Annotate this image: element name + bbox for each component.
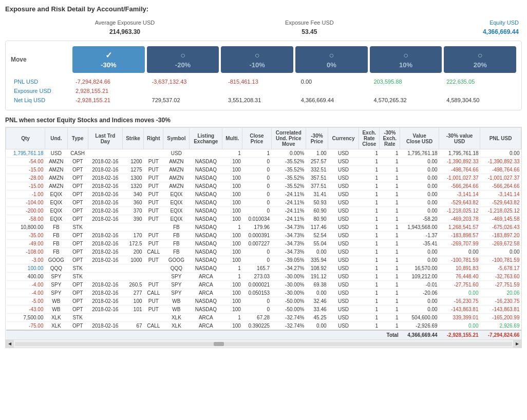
cell-corr: -50.00% — [271, 297, 306, 306]
cell-pnl: -1,390,892.33 — [480, 158, 521, 166]
cell-valclose: 0.00 — [400, 166, 439, 174]
cell-curr: USD — [328, 182, 359, 190]
table-row: 7,500.00 XLK STK XLK ARCA 1 67.28 -32.74… — [6, 314, 521, 322]
cell-right: PUT — [144, 158, 163, 166]
cell-exchange: ARCA — [190, 273, 222, 281]
cell-pnl: -3,141.14 — [480, 190, 521, 199]
pnl-row-exposure: Exposure USD 2,928,155.21 — [11, 86, 516, 96]
cell-exch: 1 — [359, 182, 380, 190]
table-row: -104.00 EQIX OPT 2018-02-16 360 PUT EQIX… — [6, 199, 521, 207]
cell-neg30: 1.00 — [306, 149, 328, 158]
cell-strike — [123, 149, 144, 158]
cell-neg30: 357.51 — [306, 174, 328, 182]
table-row: -43.00 WB OPT 2018-02-16 101 PUT WB NASD… — [6, 306, 521, 314]
scroll-right-button[interactable]: ▶ — [513, 340, 521, 348]
cell-type: OPT — [67, 256, 88, 264]
th-neg30-value: -30% valueUSD — [439, 128, 480, 149]
cell-neg30val: -1,390,892.33 — [439, 158, 480, 166]
table-row: -28.00 AMZN OPT 2018-02-16 1300 PUT AMZN… — [6, 174, 521, 182]
data-table-wrapper[interactable]: Qty Und. Type Last TrdDay Strike Right S… — [5, 127, 522, 348]
cell-qty: -43.00 — [6, 306, 45, 314]
cell-strike: 360 — [123, 199, 144, 207]
move-btn-20[interactable]: ○ 20% — [444, 46, 516, 73]
cell-symbol: GOOG — [163, 256, 190, 264]
move-btn-neg30[interactable]: ✓ -30% — [72, 46, 145, 73]
cell-neg30exch: 1 — [380, 174, 400, 182]
checkmark-icon: ✓ — [74, 50, 143, 60]
cell-corr: -35.52% — [271, 158, 306, 166]
cell-strike: 1200 — [123, 158, 144, 166]
cell-valclose: 0.00 — [400, 158, 439, 166]
scroll-track[interactable] — [15, 342, 512, 346]
cell-right: PUT — [144, 207, 163, 215]
move-btn-neg10-label: -10% — [250, 61, 265, 69]
cell-und: GOOG — [45, 256, 67, 264]
cell-multi: 100 — [222, 158, 242, 166]
move-btn-neg20[interactable]: ○ -20% — [147, 46, 219, 73]
cell-qty: 100.00 — [6, 264, 45, 273]
page-title: Exposure and Risk Detail by Account/Fami… — [5, 5, 522, 13]
cell-und: QQQ — [45, 264, 67, 273]
cell-type: OPT — [67, 306, 88, 314]
cell-close: 67.28 — [242, 314, 271, 322]
cell-neg30val: -3,141.14 — [439, 190, 480, 199]
cell-multi: 1 — [222, 149, 242, 158]
move-label: Move — [11, 46, 72, 73]
cell-und: XLK — [45, 322, 67, 331]
cell-type: OPT — [67, 199, 88, 207]
cell-corr: -39.05% — [271, 256, 306, 264]
cell-exchange: ARCA — [190, 289, 222, 297]
cell-valclose: 0.00 — [400, 182, 439, 190]
cell-symbol: QQQ — [163, 264, 190, 273]
cell-pnl: -498,764.66 — [480, 166, 521, 174]
cell-neg30val: -183,898.57 — [439, 232, 480, 240]
table-row: 400.00 SPY STK SPY ARCA 1 273.03 -30.00%… — [6, 273, 521, 281]
cell-day: 2018-02-16 — [88, 207, 122, 215]
cell-day — [88, 273, 122, 281]
cell-type: OPT — [67, 232, 88, 240]
move-btn-0[interactable]: ○ 0% — [295, 46, 368, 73]
table-row: -54.00 AMZN OPT 2018-02-16 1200 PUT AMZN… — [6, 158, 521, 166]
cell-type: STK — [67, 223, 88, 232]
cell-exch: 1 — [359, 248, 380, 256]
cell-exchange: NASDAQ — [190, 215, 222, 223]
cell-type: OPT — [67, 207, 88, 215]
cell-exch: 1 — [359, 149, 380, 158]
cell-right: PUT — [144, 232, 163, 240]
cell-valclose: 0.00 — [400, 207, 439, 215]
table-row: -4.00 SPY OPT 2018-02-16 277 CALL SPY AR… — [6, 289, 521, 297]
cell-pnl: -566,264.66 — [480, 182, 521, 190]
circle-icon-4: ○ — [372, 51, 440, 60]
cell-neg30exch: 1 — [380, 199, 400, 207]
th-type: Type — [67, 128, 88, 149]
horizontal-scrollbar[interactable]: ◀ ▶ — [6, 339, 521, 348]
scroll-left-button[interactable]: ◀ — [6, 340, 14, 348]
cell-symbol: WB — [163, 297, 190, 306]
cell-close: 0 — [242, 248, 271, 256]
cell-curr: USD — [328, 190, 359, 199]
cell-right: PUT — [144, 190, 163, 199]
cell-und: AMZN — [45, 166, 67, 174]
scroll-thumb[interactable] — [214, 342, 224, 346]
cell-valclose: 109,212.00 — [400, 273, 439, 281]
cell-und: AMZN — [45, 158, 67, 166]
pnl-val-netliq-neg20: 729,537.02 — [149, 96, 225, 105]
cell-valclose: -2,926.69 — [400, 322, 439, 331]
move-btn-neg10[interactable]: ○ -10% — [221, 46, 293, 73]
circle-icon-2: ○ — [223, 51, 291, 60]
move-btn-10[interactable]: ○ 10% — [370, 46, 442, 73]
cell-qty: -54.00 — [6, 158, 45, 166]
cell-strike: 100 — [123, 297, 144, 306]
cell-exch: 1 — [359, 166, 380, 174]
cell-multi: 100 — [222, 322, 242, 331]
footer-label: Total — [6, 330, 400, 339]
cell-neg30val: -1,218,025.12 — [439, 207, 480, 215]
cell-exchange: NASDAQ — [190, 199, 222, 207]
cell-pnl: -100,781.59 — [480, 256, 521, 264]
cell-valclose: 0.00 — [400, 306, 439, 314]
cell-symbol: EQIX — [163, 199, 190, 207]
cell-neg30: 0.00 — [306, 248, 328, 256]
cell-neg30exch: 1 — [380, 256, 400, 264]
cell-multi: 100 — [222, 240, 242, 248]
cell-corr: -30.00% — [271, 281, 306, 289]
